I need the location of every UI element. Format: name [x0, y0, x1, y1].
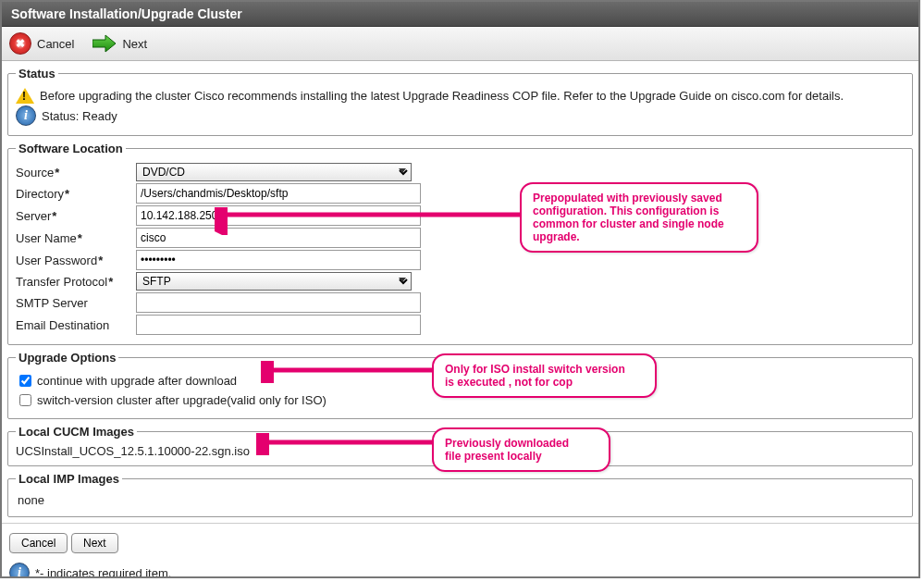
user-name-input[interactable] — [136, 228, 421, 248]
callout-iso-switch: Only for ISO install switch version is e… — [432, 353, 657, 398]
server-input[interactable] — [136, 205, 421, 226]
label-user-name: User Name — [16, 231, 136, 245]
local-imp-item: none — [16, 491, 905, 509]
directory-input[interactable] — [136, 183, 421, 204]
label-server: Server — [16, 209, 136, 223]
continue-upgrade-label: continue with upgrade after download — [37, 374, 237, 388]
footer-note-text: *- indicates required item. — [35, 566, 171, 579]
next-button[interactable]: Next — [122, 37, 147, 51]
warning-icon — [16, 88, 34, 104]
local-imp-fieldset: Local IMP Images none — [7, 472, 913, 517]
top-toolbar: Cancel Next — [2, 27, 918, 61]
email-destination-input[interactable] — [136, 315, 421, 335]
status-warning-text: Before upgrading the cluster Cisco recom… — [40, 89, 844, 103]
transfer-protocol-select[interactable]: SFTP — [136, 272, 412, 291]
local-imp-legend: Local IMP Images — [16, 472, 122, 486]
info-icon — [16, 105, 36, 126]
svg-marker-0 — [92, 35, 116, 52]
page-title: Software Installation/Upgrade Cluster — [2, 2, 918, 27]
software-location-legend: Software Location — [16, 142, 126, 155]
title-text: Software Installation/Upgrade Cluster — [11, 6, 242, 21]
status-legend: Status — [16, 67, 58, 80]
upgrade-options-legend: Upgrade Options — [16, 351, 118, 365]
bottom-button-bar: Cancel Next — [2, 527, 918, 559]
label-email-destination: Email Destination — [16, 318, 136, 332]
smtp-server-input[interactable] — [136, 292, 421, 313]
label-source: Source — [16, 166, 136, 180]
callout-prepopulated: Prepopulated with previously saved confi… — [520, 182, 758, 253]
label-directory: Directory — [16, 187, 136, 201]
continue-upgrade-checkbox[interactable] — [19, 375, 31, 387]
label-user-password: User Password — [16, 254, 136, 267]
switch-version-label: switch-version cluster after upgrade(val… — [37, 393, 326, 407]
cancel-icon[interactable] — [9, 32, 31, 55]
bottom-cancel-button[interactable]: Cancel — [9, 533, 68, 553]
next-arrow-icon[interactable] — [92, 34, 117, 53]
footer-info-icon — [9, 563, 30, 578]
footer-note: *- indicates required item. — [2, 559, 918, 578]
status-fieldset: Status Before upgrading the cluster Cisc… — [7, 67, 913, 136]
user-password-input[interactable] — [136, 250, 421, 270]
label-smtp-server: SMTP Server — [16, 296, 136, 310]
callout-prev-download: Previously downloaded file present local… — [432, 427, 610, 472]
cancel-button[interactable]: Cancel — [37, 37, 74, 51]
switch-version-checkbox[interactable] — [19, 394, 31, 406]
source-select[interactable]: DVD/CD — [136, 163, 412, 181]
software-location-fieldset: Software Location Source DVD/CD Director… — [7, 142, 913, 345]
bottom-next-button[interactable]: Next — [71, 533, 118, 553]
label-transfer-protocol: Transfer Protocol — [16, 275, 136, 289]
status-ready-text: Status: Ready — [42, 109, 117, 123]
local-cucm-legend: Local CUCM Images — [16, 425, 137, 439]
